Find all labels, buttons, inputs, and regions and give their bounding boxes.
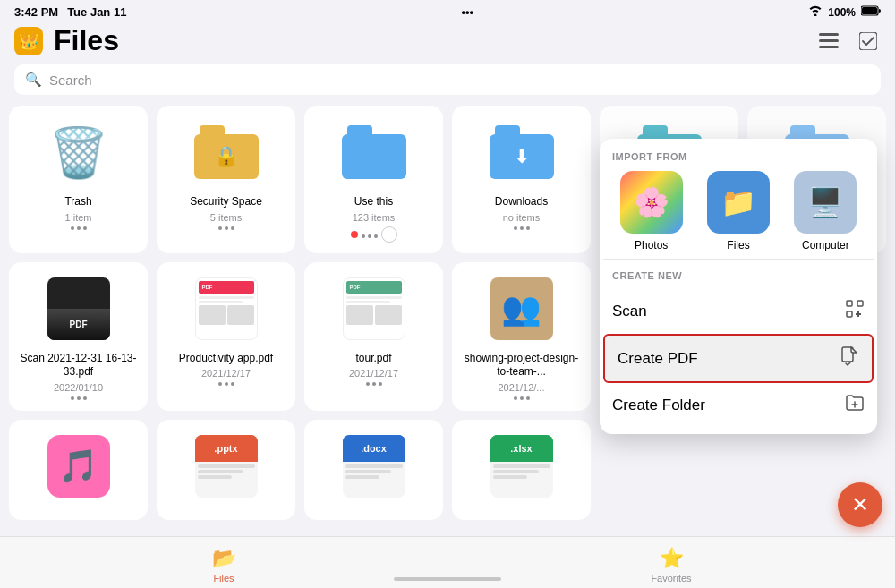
files-tab-label: Files (213, 573, 234, 584)
file-name: Productivity app.pdf (179, 352, 273, 366)
trash-icon: 🗑️ (43, 116, 115, 188)
svg-rect-1 (862, 7, 877, 14)
scan-icon (845, 299, 865, 323)
import-icons-row: 🌸 Photos 📁 Files 🖥️ Computer (612, 171, 865, 251)
tab-favorites[interactable]: ⭐ Favorites (448, 541, 895, 584)
file-thumb-pptx: .pptx (191, 430, 262, 502)
file-name: showing-project-design-to-team-... (463, 352, 580, 379)
folder-use-this[interactable]: Use this 123 items (304, 106, 443, 253)
fab-icon: ✕ (851, 494, 869, 516)
page-header: 👑 Files (0, 24, 895, 64)
file-music[interactable]: 🎵 (9, 420, 148, 520)
file-thumb-showing: 👥 (486, 273, 558, 345)
item-dots[interactable] (218, 382, 234, 386)
folder-trash[interactable]: 🗑️ Trash 1 item (9, 106, 148, 253)
item-dots[interactable] (71, 226, 87, 230)
folder-meta: no items (503, 212, 541, 223)
create-pdf-icon (840, 346, 859, 371)
folder-name: Trash (64, 195, 91, 209)
item-dots[interactable] (218, 226, 234, 230)
svg-rect-8 (847, 311, 852, 317)
file-name: tour.pdf (355, 352, 391, 366)
svg-rect-7 (857, 301, 863, 306)
fab-close-button[interactable]: ✕ (838, 482, 882, 527)
file-thumb-xlsx: .xlsx (486, 430, 558, 502)
import-files-button[interactable]: 📁 Files (707, 171, 770, 251)
header-icons (816, 29, 881, 54)
item-dots[interactable] (362, 234, 378, 238)
folder-icon-downloads: ⬇ (486, 116, 558, 188)
app-icon: 👑 (14, 27, 43, 55)
files-label: Files (727, 239, 749, 251)
file-scan-pdf[interactable]: PDF Scan 2021-12-31 16-13-33.pdf 2022/01… (9, 262, 148, 411)
file-date: 2022/01/10 (54, 382, 103, 393)
photos-label: Photos (635, 239, 668, 251)
folder-icon-security: 🔒 (191, 116, 262, 188)
svg-rect-4 (819, 46, 839, 48)
create-pdf-label: Create PDF (618, 350, 698, 368)
list-view-button[interactable] (816, 29, 841, 54)
tab-files[interactable]: 📂 Files (0, 541, 448, 584)
file-tour-pdf[interactable]: PDF tour.pdf 2021/12/17 (304, 262, 443, 411)
file-productivity-pdf[interactable]: PDF Productivity app.pdf 2021/12/17 (157, 262, 295, 411)
file-date: 2021/12/... (499, 382, 545, 393)
file-showing-project[interactable]: 👥 showing-project-design-to-team-... 202… (452, 262, 591, 411)
import-section: IMPORT FROM 🌸 Photos 📁 Files 🖥️ (600, 139, 877, 259)
item-options (351, 226, 397, 243)
import-header: IMPORT FROM (612, 151, 865, 162)
import-photos-button[interactable]: 🌸 Photos (620, 171, 683, 251)
file-thumb-music: 🎵 (43, 430, 115, 502)
folder-meta: 1 item (65, 212, 92, 223)
file-name: Scan 2021-12-31 16-13-33.pdf (20, 352, 137, 379)
item-dots[interactable] (514, 396, 530, 400)
wifi-icon (808, 5, 823, 19)
files-icon: 📁 (707, 171, 770, 234)
favorites-tab-icon: ⭐ (660, 547, 684, 570)
select-button[interactable] (856, 29, 881, 54)
battery-label: 100% (828, 6, 856, 19)
dropdown-menu: IMPORT FROM 🌸 Photos 📁 Files 🖥️ (600, 139, 877, 434)
status-day: Tue Jan 11 (67, 5, 126, 19)
file-thumb-scan: PDF (43, 273, 115, 345)
folder-name: Security Space (190, 195, 262, 209)
create-folder-label: Create Folder (612, 396, 705, 414)
folder-meta: 123 items (353, 212, 396, 223)
file-docx[interactable]: .docx (304, 420, 443, 520)
photos-icon: 🌸 (620, 171, 683, 234)
folder-icon-use-this (338, 116, 410, 188)
svg-rect-5 (859, 32, 877, 50)
folder-downloads[interactable]: ⬇ Downloads no items (452, 106, 591, 253)
file-xlsx[interactable]: .xlsx (452, 420, 591, 520)
folder-security-space[interactable]: 🔒 Security Space 5 items (157, 106, 295, 253)
battery-icon (861, 5, 881, 19)
scan-button[interactable]: Scan (600, 288, 877, 334)
favorites-tab-label: Favorites (651, 573, 691, 584)
search-bar[interactable]: 🔍 Search (14, 64, 881, 95)
create-header: CREATE NEW (600, 267, 877, 288)
folder-name: Use this (354, 195, 393, 209)
item-dots[interactable] (514, 226, 530, 230)
file-date: 2021/12/17 (201, 368, 251, 379)
files-tab-icon: 📂 (212, 547, 236, 570)
file-thumb-productivity: PDF (191, 273, 262, 345)
create-folder-button[interactable]: Create Folder (600, 383, 877, 427)
svg-rect-6 (847, 301, 852, 306)
create-pdf-button[interactable]: Create PDF (603, 334, 874, 383)
home-indicator (394, 577, 501, 581)
file-pptx[interactable]: .pptx (157, 420, 295, 520)
import-computer-button[interactable]: 🖥️ Computer (794, 171, 857, 251)
page-title: Files (54, 24, 119, 57)
svg-rect-3 (819, 39, 839, 42)
file-thumb-docx: .docx (338, 430, 410, 502)
computer-label: Computer (802, 239, 849, 251)
folder-meta: 5 items (210, 212, 242, 223)
status-right: 100% (808, 5, 881, 19)
file-thumb-tour: PDF (338, 273, 410, 345)
status-left: 3:42 PM Tue Jan 11 (14, 5, 126, 19)
folder-name: Downloads (495, 195, 548, 209)
item-dots[interactable] (71, 396, 87, 400)
status-time: 3:42 PM (14, 5, 58, 19)
item-dots[interactable] (366, 382, 382, 386)
computer-icon: 🖥️ (794, 171, 857, 234)
status-bar: 3:42 PM Tue Jan 11 ••• 100% (0, 0, 895, 24)
